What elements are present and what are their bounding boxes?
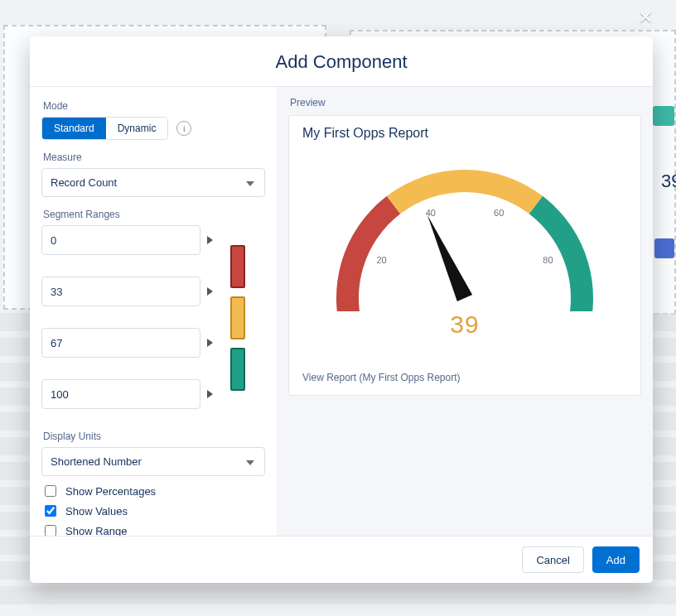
range-input-3[interactable] bbox=[41, 379, 200, 409]
measure-select[interactable]: Record Count bbox=[41, 168, 265, 197]
show-values-label: Show Values bbox=[65, 505, 128, 517]
range-input-0[interactable] bbox=[41, 225, 200, 255]
range-disclosure-2[interactable] bbox=[207, 339, 213, 347]
cancel-button[interactable]: Cancel bbox=[522, 546, 583, 573]
segment-ranges-label: Segment Ranges bbox=[43, 209, 265, 220]
bg-teal-chip bbox=[653, 106, 674, 126]
svg-text:20: 20 bbox=[376, 255, 386, 265]
bg-metric: 39 bbox=[661, 171, 676, 192]
display-units-label: Display Units bbox=[43, 431, 265, 442]
mode-segmented-control: Standard Dynamic bbox=[41, 117, 168, 140]
show-range-checkbox[interactable] bbox=[45, 525, 56, 536]
modal-footer: Cancel Add bbox=[30, 536, 653, 583]
svg-text:80: 80 bbox=[543, 255, 553, 265]
add-button[interactable]: Add bbox=[592, 546, 640, 573]
add-component-modal: Add Component Mode Standard Dynamic i Me… bbox=[30, 36, 653, 583]
show-range-row[interactable]: Show Range bbox=[41, 522, 265, 536]
info-icon[interactable]: i bbox=[176, 121, 191, 136]
show-range-label: Show Range bbox=[65, 525, 127, 537]
bg-blue-chip bbox=[654, 238, 674, 258]
range-disclosure-3[interactable] bbox=[207, 390, 213, 398]
svg-text:40: 40 bbox=[426, 208, 436, 218]
view-report-link[interactable]: View Report (My First Opps Report) bbox=[302, 372, 627, 383]
preview-right-pane: Preview My First Opps Report 02040608010… bbox=[277, 87, 653, 536]
preview-label: Preview bbox=[290, 97, 641, 108]
show-values-checkbox[interactable] bbox=[45, 505, 56, 517]
range-disclosure-1[interactable] bbox=[207, 287, 213, 296]
gauge-value: 39 bbox=[302, 310, 627, 339]
show-percentages-row[interactable]: Show Percentages bbox=[41, 483, 265, 499]
gauge-wrap: 020406080100 bbox=[302, 146, 627, 314]
show-values-row[interactable]: Show Values bbox=[41, 503, 265, 519]
mode-row: Standard Dynamic i bbox=[41, 117, 265, 140]
modal-body: Mode Standard Dynamic i Measure Record C… bbox=[30, 87, 653, 536]
display-units-select[interactable]: Shortened Number bbox=[41, 447, 265, 476]
mode-label: Mode bbox=[43, 100, 265, 112]
modal-title: Add Component bbox=[30, 36, 653, 87]
overlay-close-icon[interactable]: ✕ bbox=[638, 8, 653, 26]
preview-report-title: My First Opps Report bbox=[302, 126, 627, 141]
range-input-1[interactable] bbox=[41, 277, 200, 306]
range-input-2[interactable] bbox=[41, 328, 200, 358]
measure-label: Measure bbox=[43, 152, 265, 163]
svg-marker-8 bbox=[427, 215, 472, 301]
mode-dynamic-button[interactable]: Dynamic bbox=[106, 118, 168, 139]
config-left-pane[interactable]: Mode Standard Dynamic i Measure Record C… bbox=[30, 87, 277, 536]
mode-standard-button[interactable]: Standard bbox=[42, 118, 106, 139]
show-percentages-checkbox[interactable] bbox=[45, 485, 56, 497]
range-row-3 bbox=[41, 379, 265, 409]
show-percentages-label: Show Percentages bbox=[65, 485, 156, 498]
svg-text:60: 60 bbox=[494, 208, 504, 218]
preview-card: My First Opps Report 020406080100 39 Vie… bbox=[288, 115, 641, 396]
range-disclosure-0[interactable] bbox=[207, 236, 213, 244]
gauge-chart: 020406080100 bbox=[324, 146, 606, 314]
